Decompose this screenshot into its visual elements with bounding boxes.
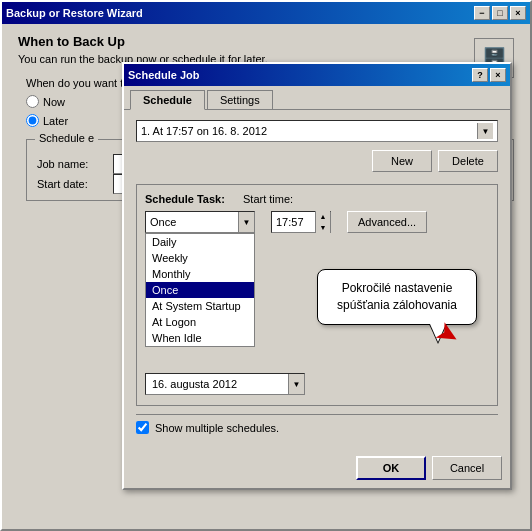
schedule-task-row: Schedule Task: Start time:	[145, 193, 489, 205]
time-spinner: ▲ ▼	[315, 211, 330, 233]
outer-heading: When to Back Up	[18, 34, 514, 49]
backup-wizard-window: Backup or Restore Wizard − □ × 🗄️ When t…	[0, 0, 532, 531]
schedule-task-label: Schedule Task:	[145, 193, 235, 205]
maximize-button[interactable]: □	[492, 6, 508, 20]
tab-settings[interactable]: Settings	[207, 90, 273, 109]
date-value: 16. augusta 2012	[146, 378, 243, 390]
dropdown-item-weekly[interactable]: Weekly	[146, 250, 254, 266]
later-radio[interactable]	[26, 114, 39, 127]
dialog-titlebar-buttons: ? ×	[472, 68, 506, 82]
time-container: 17:57 ▲ ▼	[271, 211, 331, 233]
schedule-legend: Schedule e	[35, 132, 98, 144]
tooltip-text: Pokročilé nastavenie spúšťania zálohovan…	[337, 281, 457, 312]
spin-up-button[interactable]: ▲	[316, 211, 330, 222]
minimize-button[interactable]: −	[474, 6, 490, 20]
task-combo-arrow: ▼	[238, 212, 254, 232]
dropdown-item-logon[interactable]: At Logon	[146, 314, 254, 330]
date-combo[interactable]: 16. augusta 2012 ▼	[145, 373, 305, 395]
ok-button[interactable]: OK	[356, 456, 426, 480]
outer-titlebar: Backup or Restore Wizard − □ ×	[2, 2, 530, 24]
dialog-titlebar: Schedule Job ? ×	[124, 64, 510, 86]
dropdown-item-idle[interactable]: When Idle	[146, 330, 254, 346]
now-label: Now	[43, 96, 65, 108]
dialog-help-button[interactable]: ?	[472, 68, 488, 82]
time-input[interactable]: 17:57 ▲ ▼	[271, 211, 331, 233]
task-combo-container: Once ▼ Daily Weekly Monthly Once At Syst…	[145, 211, 255, 233]
new-delete-row: New Delete	[136, 150, 498, 172]
now-radio[interactable]	[26, 95, 39, 108]
later-label: Later	[43, 115, 68, 127]
schedule-description-combo[interactable]: 1. At 17:57 on 16. 8. 2012 ▼	[136, 120, 498, 142]
schedule-description-arrow: ▼	[477, 123, 493, 139]
schedule-inputs-row: Once ▼ Daily Weekly Monthly Once At Syst…	[145, 211, 489, 233]
outer-titlebar-buttons: − □ ×	[474, 6, 526, 20]
close-button[interactable]: ×	[510, 6, 526, 20]
ok-cancel-row: OK Cancel	[124, 450, 510, 488]
date-row: 16. augusta 2012 ▼	[145, 373, 489, 395]
dialog-close-button[interactable]: ×	[490, 68, 506, 82]
dropdown-item-monthly[interactable]: Monthly	[146, 266, 254, 282]
task-dropdown-list[interactable]: Daily Weekly Monthly Once At System Star…	[145, 233, 255, 347]
dropdown-item-once[interactable]: Once	[146, 282, 254, 298]
task-combo[interactable]: Once ▼	[145, 211, 255, 233]
new-button[interactable]: New	[372, 150, 432, 172]
schedule-task-section: Schedule Task: Start time: Once ▼ Daily …	[136, 184, 498, 406]
schedule-job-dialog: Schedule Job ? × Schedule Settings 1. At…	[122, 62, 512, 490]
dialog-title: Schedule Job	[128, 69, 472, 81]
outer-window-title: Backup or Restore Wizard	[6, 7, 474, 19]
show-multiple-checkbox[interactable]	[136, 421, 149, 434]
dialog-tabs: Schedule Settings	[124, 86, 510, 110]
schedule-description-text: 1. At 17:57 on 16. 8. 2012	[141, 125, 267, 137]
dropdown-item-daily[interactable]: Daily	[146, 234, 254, 250]
dialog-body: 1. At 17:57 on 16. 8. 2012 ▼ New Delete …	[124, 110, 510, 450]
schedule-description-row: 1. At 17:57 on 16. 8. 2012 ▼	[136, 120, 498, 142]
show-multiple-row: Show multiple schedules.	[136, 414, 498, 440]
date-combo-arrow: ▼	[288, 374, 304, 394]
cancel-button[interactable]: Cancel	[432, 456, 502, 480]
delete-button[interactable]: Delete	[438, 150, 498, 172]
tab-schedule[interactable]: Schedule	[130, 90, 205, 110]
time-value: 17:57	[272, 216, 315, 228]
job-name-label: Job name:	[37, 158, 107, 170]
show-multiple-label: Show multiple schedules.	[155, 422, 279, 434]
start-date-label: Start date:	[37, 178, 107, 190]
advanced-button[interactable]: Advanced...	[347, 211, 427, 233]
task-combo-text: Once	[146, 216, 238, 228]
spin-down-button[interactable]: ▼	[316, 222, 330, 233]
dropdown-item-startup[interactable]: At System Startup	[146, 298, 254, 314]
start-time-label: Start time:	[243, 193, 303, 205]
